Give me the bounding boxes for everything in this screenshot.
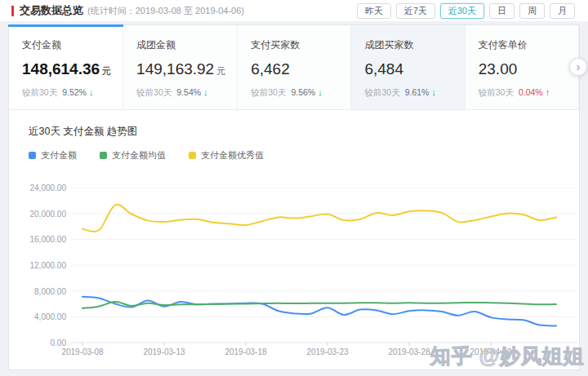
metric-card-group-buyers[interactable]: 成团买家数 6,484 较前30天9.61%↓	[351, 25, 465, 109]
compare-label: 较前30天	[22, 87, 57, 97]
metric-unit: 元	[216, 66, 225, 76]
metric-compare-row: 较前30天9.54%↓	[136, 87, 225, 99]
chart-title: 近30天 支付金额 趋势图	[29, 125, 579, 139]
metric-value-row: 6,484	[364, 60, 452, 78]
cards-next-button[interactable]: ›	[569, 58, 587, 76]
metric-compare-row: 较前30天0.04%↑	[479, 87, 567, 99]
metric-card-pay-amount[interactable]: 支付金额 148,614.36元 较前30天9.52%↓	[9, 25, 123, 109]
metric-compare-row: 较前30天9.61%↓	[364, 87, 452, 99]
metric-label: 支付金额	[22, 38, 111, 52]
legend-item-pay-amount[interactable]: 支付金额	[29, 149, 77, 161]
metric-label: 支付客单价	[479, 38, 567, 52]
metric-compare-row: 较前30天9.56%↓	[251, 87, 339, 99]
y-axis-tick-label: 4,000.00	[9, 312, 66, 321]
filter-week-button[interactable]: 周	[519, 3, 545, 19]
legend-label: 支付金额均值	[112, 149, 166, 161]
filter-month-button[interactable]: 月	[550, 3, 575, 19]
y-axis-tick-label: 0.00	[9, 338, 66, 347]
filter-30days-button[interactable]: 近30天	[440, 3, 484, 19]
filter-yesterday-button[interactable]: 昨天	[357, 3, 391, 19]
compare-label: 较前30天	[136, 87, 172, 97]
legend-color-chip	[189, 152, 196, 159]
trend-down-icon: ↓	[203, 87, 208, 97]
metric-value: 149,163.92	[136, 60, 214, 77]
change-percent: 9.56%	[291, 87, 315, 97]
change-percent: 9.52%	[62, 87, 87, 97]
metric-card-row: 支付金额 148,614.36元 较前30天9.52%↓ 成团金额 149,16…	[9, 25, 579, 110]
metric-card-pay-buyers[interactable]: 支付买家数 6,462 较前30天9.56%↓	[238, 25, 351, 109]
series-line-支付金额均值	[82, 302, 556, 308]
change-percent: 9.61%	[405, 87, 430, 97]
y-axis-tick-label: 16,000.00	[9, 235, 66, 244]
y-axis-tick-label: 8,000.00	[9, 287, 66, 296]
metric-value-row: 149,163.92元	[136, 60, 225, 78]
series-line-支付金额优秀值	[82, 205, 556, 232]
page-header: 交易数据总览 (统计时间：2019-03-08 至 2019-04-06) 昨天…	[0, 0, 588, 21]
metric-label: 成团金额	[136, 38, 225, 52]
metric-value-row: 23.00	[479, 60, 567, 78]
change-percent: 9.54%	[176, 87, 201, 97]
chart-legend: 支付金额 支付金额均值 支付金额优秀值	[29, 149, 579, 161]
metric-unit: 元	[102, 66, 111, 76]
metric-value-row: 148,614.36元	[22, 60, 111, 78]
metric-label: 支付买家数	[251, 38, 339, 52]
series-line-支付金额	[82, 297, 556, 326]
legend-color-chip	[100, 152, 107, 159]
time-filter-group: 昨天 近7天 近30天 日 周 月	[357, 3, 575, 19]
metric-card-price-per-customer[interactable]: 支付客单价 23.00 较前30天0.04%↑	[466, 25, 579, 109]
x-axis-tick-label: 2019-03-28	[381, 347, 437, 356]
compare-label: 较前30天	[364, 87, 399, 97]
y-axis-tick-label: 24,000.00	[9, 184, 66, 192]
x-axis-tick-label: 2019-03-08	[55, 347, 110, 356]
overview-panel: 支付金额 148,614.36元 较前30天9.52%↓ 成团金额 149,16…	[8, 24, 580, 370]
legend-label: 支付金额优秀值	[201, 149, 264, 161]
metric-value: 148,614.36	[22, 60, 100, 77]
x-axis-tick-label: 2019-03-18	[218, 347, 274, 356]
y-axis-tick-label: 12,000.00	[9, 261, 66, 270]
page-title: 交易数据总览	[20, 3, 83, 18]
trend-up-icon: ↑	[546, 87, 550, 97]
x-axis-tick-label: 2019-03-13	[136, 347, 192, 356]
trend-chart-svg	[71, 178, 577, 351]
compare-label: 较前30天	[479, 87, 514, 97]
title-accent-bar	[11, 6, 14, 16]
legend-item-pay-amount-excellent[interactable]: 支付金额优秀值	[189, 149, 264, 161]
legend-item-pay-amount-average[interactable]: 支付金额均值	[100, 149, 166, 161]
watermark-text: 知乎 @妙风姐姐	[430, 343, 585, 369]
metric-value: 6,484	[364, 60, 403, 77]
metric-compare-row: 较前30天9.52%↓	[22, 87, 111, 99]
metric-label: 成团买家数	[364, 38, 452, 52]
metric-card-group-amount[interactable]: 成团金额 149,163.92元 较前30天9.54%↓	[123, 25, 238, 109]
metric-value-row: 6,462	[251, 60, 339, 78]
trend-down-icon: ↓	[431, 87, 436, 97]
trend-down-icon: ↓	[318, 87, 323, 97]
trend-chart-section: 近30天 支付金额 趋势图 支付金额 支付金额均值 支付金额优秀值 24,000…	[9, 110, 579, 367]
y-axis-tick-label: 20,000.00	[9, 210, 66, 219]
trend-chart-plot-area: 24,000.0020,000.0016,000.0012,000.008,00…	[9, 178, 579, 367]
x-axis-tick-label: 2019-03-23	[300, 347, 355, 356]
legend-label: 支付金额	[41, 149, 77, 161]
legend-color-chip	[29, 152, 36, 159]
trend-down-icon: ↓	[89, 87, 94, 97]
compare-label: 较前30天	[251, 87, 286, 97]
filter-day-button[interactable]: 日	[489, 3, 514, 19]
metric-value: 23.00	[479, 60, 518, 77]
metric-value: 6,462	[251, 60, 290, 77]
change-percent: 0.04%	[519, 87, 543, 97]
filter-7days-button[interactable]: 近7天	[396, 3, 435, 19]
stat-date-range: (统计时间：2019-03-08 至 2019-04-06)	[87, 5, 244, 17]
